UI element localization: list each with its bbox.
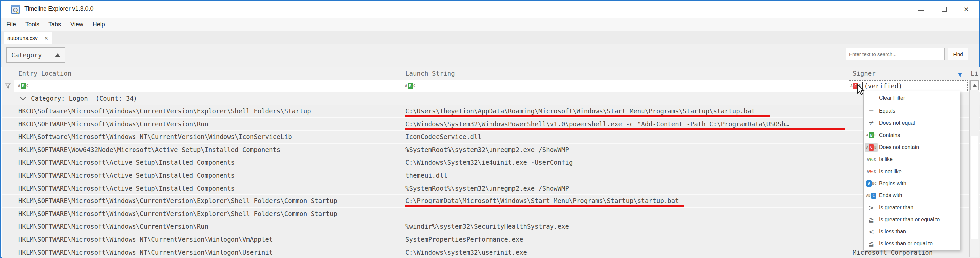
menu-item-equals[interactable]: = Equals — [864, 105, 960, 117]
app-icon — [11, 5, 20, 14]
less-than-icon: < — [869, 228, 874, 236]
entry-location-cell: HKLM\SOFTWARE\Microsoft\Active Setup\Ins… — [14, 156, 401, 168]
launch-string-cell: SystemPropertiesPerformance.exe — [401, 233, 848, 245]
column-header-signer[interactable]: Signer — [848, 70, 966, 77]
search-input[interactable] — [846, 48, 945, 60]
column-header-li[interactable]: Li — [966, 70, 980, 77]
table-row[interactable]: HKLM\SOFTWARE\Microsoft\Active Setup\Ins… — [2, 156, 980, 169]
greater-or-equal-icon: ≧ — [869, 216, 874, 224]
filter-cell-launch-string[interactable]: ABC — [401, 80, 848, 92]
is-like-icon: A%C — [867, 157, 876, 162]
tab-close-icon[interactable]: ✕ — [44, 35, 48, 41]
launch-string-cell: IconCodecService.dll — [401, 131, 848, 143]
does-not-contain-icon: ACB — [865, 143, 878, 152]
entry-location-cell: HKLM\SOFTWARE\Microsoft\Windows\CurrentV… — [14, 220, 401, 232]
mouse-cursor — [856, 84, 866, 95]
begins-with-icon: ABC — [866, 180, 877, 186]
greater-than-icon: > — [869, 204, 874, 212]
table-row[interactable]: HKLM\SOFTWARE\Microsoft\Windows NT\Curre… — [2, 233, 980, 246]
column-header-entry-location[interactable]: Entry Location — [14, 70, 401, 77]
not-equal-icon: ≠ — [869, 119, 874, 127]
table-row[interactable]: HKLM\SOFTWARE\Wow6432Node\Microsoft\Acti… — [2, 144, 980, 157]
find-button[interactable]: Find — [948, 48, 968, 60]
table-row[interactable]: HKLM\SOFTWARE\Microsoft\Windows\CurrentV… — [2, 195, 980, 208]
menu-item-is-less-or-equal[interactable]: ≦ Is less than or equal to — [864, 238, 960, 250]
menu-tabs[interactable]: Tabs — [44, 21, 66, 28]
entry-location-cell: HKLM\SOFTWARE\Microsoft\Windows NT\Curre… — [14, 246, 401, 258]
tab-autoruns-csv[interactable]: autoruns.csv ✕ — [4, 32, 52, 44]
maximize-button[interactable] — [934, 1, 955, 18]
table-row[interactable]: HKLM\Software\Microsoft\Windows NT\Curre… — [2, 131, 980, 144]
entry-location-cell: HKLM\Software\Microsoft\Windows NT\Curre… — [14, 131, 401, 143]
entry-location-cell: HKCU\SOFTWARE\Microsoft\Windows\CurrentV… — [14, 118, 401, 130]
close-button[interactable]: ✕ — [956, 1, 977, 18]
tab-label: autoruns.csv — [7, 35, 38, 41]
launch-string-cell: %SystemRoot%\system32\unregmp2.exe /Show… — [401, 144, 848, 155]
red-annotation-underline — [405, 128, 845, 130]
table-row[interactable]: HKLM\SOFTWARE\Microsoft\Windows\CurrentV… — [2, 220, 980, 233]
less-or-equal-icon: ≦ — [869, 240, 874, 248]
scrollbar-thumb[interactable] — [971, 136, 978, 239]
vertical-scrollbar[interactable] — [969, 80, 979, 257]
minimize-button[interactable] — [910, 1, 931, 18]
menu-item-does-not-contain[interactable]: ACB Does not contain — [864, 141, 960, 153]
grid-header-row: Entry Location Launch String Signer Li — [2, 67, 980, 80]
menu-help[interactable]: Help — [88, 21, 110, 28]
menu-item-clear-filter[interactable]: Clear Filter — [864, 91, 960, 105]
menu-item-is-greater-than[interactable]: > Is greater than — [864, 202, 960, 213]
menu-item-is-not-like[interactable]: A%C Is not like — [864, 165, 960, 177]
up-arrow-icon — [973, 84, 977, 87]
entry-location-cell: HKLM\SOFTWARE\Microsoft\Windows NT\Curre… — [14, 233, 401, 245]
is-not-like-icon: A%C — [867, 169, 876, 174]
group-by-label: Category — [11, 51, 42, 59]
table-row[interactable]: HKCU\SOFTWARE\Microsoft\Windows\CurrentV… — [2, 118, 980, 131]
contains-icon: ABC — [866, 132, 877, 138]
column-header-launch-string[interactable]: Launch String — [401, 70, 848, 77]
table-row[interactable]: HKLM\SOFTWARE\Microsoft\Windows NT\Curre… — [2, 246, 980, 258]
sort-ascending-icon — [55, 53, 60, 57]
window-title: Timeline Explorer v1.3.0.0 — [24, 5, 93, 12]
contains-filter-icon: ABC — [18, 83, 28, 89]
menu-item-is-like[interactable]: A%C Is like — [864, 153, 960, 165]
filter-cell-entry-location[interactable]: ABC — [14, 80, 401, 92]
filter-cell-signer[interactable]: ACB (verified) — [848, 80, 968, 92]
funnel-icon — [5, 83, 11, 89]
menu-item-does-not-equal[interactable]: ≠ Does not equal — [864, 117, 960, 129]
signer-filter-value[interactable]: (verified) — [864, 82, 902, 90]
data-grid: Entry Location Launch String Signer Li — [2, 67, 980, 257]
contains-filter-icon: ABC — [405, 83, 415, 89]
table-row[interactable]: HKLM\SOFTWARE\Microsoft\Active Setup\Ins… — [2, 169, 980, 182]
entry-location-cell: HKCU\Software\Microsoft\Windows\CurrentV… — [14, 105, 401, 117]
menu-view[interactable]: View — [66, 21, 88, 28]
grid-filter-row: ABC ABC ACB (verified) — [2, 80, 980, 92]
table-row[interactable]: HKLM\SOFTWARE\Microsoft\Windows\CurrentV… — [2, 208, 980, 221]
menu-item-is-less-than[interactable]: < Is less than — [864, 226, 960, 238]
group-panel: Category Find — [1, 44, 979, 67]
menu-item-contains[interactable]: ABC Contains — [864, 129, 960, 141]
collapse-chevron-icon[interactable] — [20, 95, 26, 100]
entry-location-cell: HKLM\SOFTWARE\Microsoft\Windows\CurrentV… — [14, 208, 401, 220]
entry-location-cell: HKLM\SOFTWARE\Wow6432Node\Microsoft\Acti… — [14, 144, 401, 155]
menu-bar: File Tools Tabs View Help — [1, 18, 979, 31]
red-annotation-underline — [405, 205, 684, 207]
menu-tools[interactable]: Tools — [21, 21, 44, 28]
menu-item-begins-with[interactable]: ABC Begins with — [864, 178, 960, 189]
active-filter-funnel-icon[interactable] — [958, 72, 963, 77]
group-label: Category: Logon (Count: 34) — [31, 95, 137, 102]
entry-location-cell: HKLM\SOFTWARE\Microsoft\Windows\CurrentV… — [14, 195, 401, 207]
launch-string-cell: C:\Windows\System32\ie4uinit.exe -UserCo… — [401, 156, 848, 168]
table-row[interactable]: HKCU\Software\Microsoft\Windows\CurrentV… — [2, 105, 980, 118]
launch-string-cell: %SystemRoot%\system32\unregmp2.exe /Show… — [401, 182, 848, 194]
ends-with-icon: ABC — [866, 192, 877, 199]
launch-string-cell: themeui.dll — [401, 169, 848, 181]
table-row[interactable]: HKLM\SOFTWARE\Microsoft\Active Setup\Ins… — [2, 182, 980, 195]
group-by-category-button[interactable]: Category — [6, 47, 65, 62]
tab-bar: autoruns.csv ✕ — [1, 31, 979, 44]
menu-item-is-greater-or-equal[interactable]: ≧ Is greater than or equal to — [864, 214, 960, 226]
group-row-category-logon[interactable]: Category: Logon (Count: 34) — [2, 92, 980, 105]
red-annotation-underline — [405, 115, 770, 117]
launch-string-cell: %windir%\system32\SecurityHealthSystray.… — [401, 220, 848, 232]
scroll-up-button[interactable] — [970, 80, 979, 90]
menu-file[interactable]: File — [2, 21, 21, 28]
menu-item-ends-with[interactable]: ABC Ends with — [864, 189, 960, 202]
